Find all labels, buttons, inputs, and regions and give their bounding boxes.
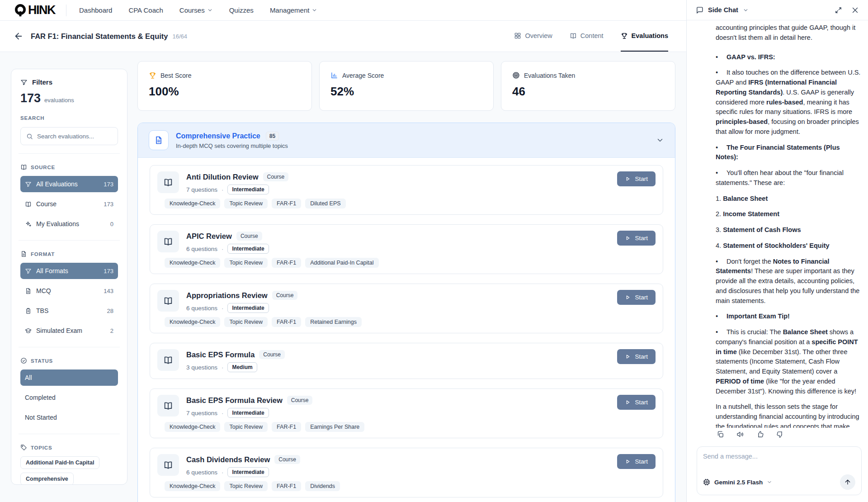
question-count: 6 questions xyxy=(186,305,217,312)
level-badge: Medium xyxy=(227,362,257,372)
card-meta: Basic EPS FormulaCourse3 questions·Mediu… xyxy=(186,349,285,373)
question-count: 7 questions xyxy=(186,410,217,417)
expand-icon[interactable] xyxy=(835,6,842,14)
app-logo[interactable]: HINK xyxy=(14,3,55,17)
page-body: Filters 173 evaluations SEARCH SOURCE xyxy=(0,52,686,502)
course-tabs: OverviewContentEvaluations xyxy=(514,21,668,52)
nav-item-management[interactable]: Management xyxy=(270,6,318,14)
chat-input-box: Gemini 2.5 Flash xyxy=(697,446,862,495)
bullet-marker: • xyxy=(716,52,726,62)
thumb-up-icon[interactable] xyxy=(756,431,764,438)
filter-mcq[interactable]: MCQ143 xyxy=(20,283,118,299)
document-icon xyxy=(154,136,163,145)
start-button[interactable]: Start xyxy=(617,231,656,246)
thumb-down-icon[interactable] xyxy=(776,431,784,438)
card-icon-box xyxy=(157,231,179,252)
filter-row-label: Simulated Exam xyxy=(36,327,82,334)
chat-block: •The Four Financial Statements (Plus Not… xyxy=(716,143,861,163)
chevron-down-icon[interactable] xyxy=(767,479,772,485)
card-question-row: 6 questions·Intermediate xyxy=(186,303,297,313)
evaluation-card: Appropriations ReviewCourse6 questions·I… xyxy=(150,284,663,333)
chat-block: 3. Statement of Cash Flows xyxy=(716,225,861,235)
tag: Additional Paid-In Capital xyxy=(305,258,378,268)
filter-row-label: Completed xyxy=(25,394,56,401)
filter-row-count: 2 xyxy=(110,327,113,334)
topic-chip[interactable]: Additional Paid-In Capital xyxy=(20,456,99,469)
nav-item-dashboard[interactable]: Dashboard xyxy=(79,6,112,14)
tag: FAR-F1 xyxy=(272,258,301,268)
filter-row-label: All Formats xyxy=(36,267,68,275)
filter-all-formats[interactable]: All Formats173 xyxy=(20,263,118,279)
filter-not-started[interactable]: Not Started xyxy=(20,409,118,426)
card-title-row: Basic EPS Formula ReviewCourse xyxy=(186,395,312,406)
chevron-down-icon xyxy=(311,7,317,13)
chevron-down-icon[interactable] xyxy=(656,136,664,144)
chat-block: accounting principles that guide GAAP, t… xyxy=(716,23,861,43)
evaluation-list: Anti Dilution ReviewCourse7 questions·In… xyxy=(138,158,675,502)
course-badge: Course xyxy=(272,291,298,300)
filter-course[interactable]: Course173 xyxy=(20,196,118,212)
nav-item-cpa-coach[interactable]: CPA Coach xyxy=(128,6,163,14)
filter-completed[interactable]: Completed xyxy=(20,389,118,406)
divider xyxy=(19,347,120,347)
book-icon xyxy=(163,237,173,246)
start-button-label: Start xyxy=(635,399,648,406)
book-icon xyxy=(20,164,27,170)
tab-content[interactable]: Content xyxy=(570,21,604,52)
book-icon xyxy=(163,177,173,187)
filter-my-evaluations[interactable]: My Evaluations0 xyxy=(20,216,118,232)
close-icon[interactable] xyxy=(851,6,859,14)
evaluation-count: 173 xyxy=(20,91,41,105)
group-header[interactable]: Comprehensive Practice 85 In-depth MCQ s… xyxy=(138,123,675,158)
start-button[interactable]: Start xyxy=(617,454,656,469)
filter-tbs[interactable]: TBS28 xyxy=(20,303,118,319)
search-input[interactable] xyxy=(37,133,112,140)
course-progress: 16/64 xyxy=(172,33,187,40)
card-title-row: Basic EPS FormulaCourse xyxy=(186,349,285,360)
nav-item-quizzes[interactable]: Quizzes xyxy=(229,6,254,14)
start-button[interactable]: Start xyxy=(617,171,656,186)
bullet-marker: • xyxy=(716,257,726,267)
nav-item-label: Quizzes xyxy=(229,6,254,14)
topic-chip[interactable]: Comprehensive xyxy=(20,473,74,485)
logo-icon xyxy=(14,4,27,17)
play-icon xyxy=(625,235,631,241)
chat-block: 1. Balance Sheet xyxy=(716,194,861,204)
model-selector[interactable]: Gemini 2.5 Flash xyxy=(714,479,763,486)
tab-evaluations[interactable]: Evaluations xyxy=(621,21,668,52)
search-box xyxy=(20,127,118,145)
nav-item-courses[interactable]: Courses xyxy=(179,6,213,14)
chat-message: accounting principles that guide GAAP, t… xyxy=(687,20,868,428)
tag: Earnings Per Share xyxy=(305,422,364,432)
card-title-row: Appropriations ReviewCourse xyxy=(186,290,297,301)
card-title: Appropriations Review xyxy=(186,291,268,300)
stat-card-average-score: Average Score52% xyxy=(319,61,494,111)
back-button[interactable] xyxy=(14,31,24,41)
tab-overview[interactable]: Overview xyxy=(514,21,552,52)
start-button[interactable]: Start xyxy=(617,349,656,364)
filter-simulated-exam[interactable]: Simulated Exam2 xyxy=(20,322,118,339)
tag: Knowledge-Check xyxy=(165,481,220,491)
stat-card-best-score: Best Score100% xyxy=(137,61,312,111)
group-title: Comprehensive Practice xyxy=(176,132,260,140)
tag: Topic Review xyxy=(224,199,268,208)
tab-label: Overview xyxy=(525,32,552,39)
book-icon xyxy=(163,296,173,306)
speaker-icon[interactable] xyxy=(736,431,744,438)
filter-all-evaluations[interactable]: All Evaluations173 xyxy=(20,176,118,192)
start-button[interactable]: Start xyxy=(617,290,656,305)
filters-header: Filters xyxy=(20,78,118,86)
dot-separator: · xyxy=(222,469,223,476)
filter-all[interactable]: All xyxy=(20,369,118,386)
card-icon-box xyxy=(157,290,179,312)
logo-text: HINK xyxy=(28,3,55,17)
send-button[interactable] xyxy=(840,474,855,490)
chevron-down-icon[interactable] xyxy=(743,7,749,13)
start-button-label: Start xyxy=(635,294,648,301)
copy-icon[interactable] xyxy=(717,431,724,438)
dot-separator: · xyxy=(222,246,223,252)
start-button[interactable]: Start xyxy=(617,395,656,410)
tag: Knowledge-Check xyxy=(165,199,220,208)
message-input[interactable] xyxy=(703,453,855,460)
card-icon-box xyxy=(157,171,179,193)
